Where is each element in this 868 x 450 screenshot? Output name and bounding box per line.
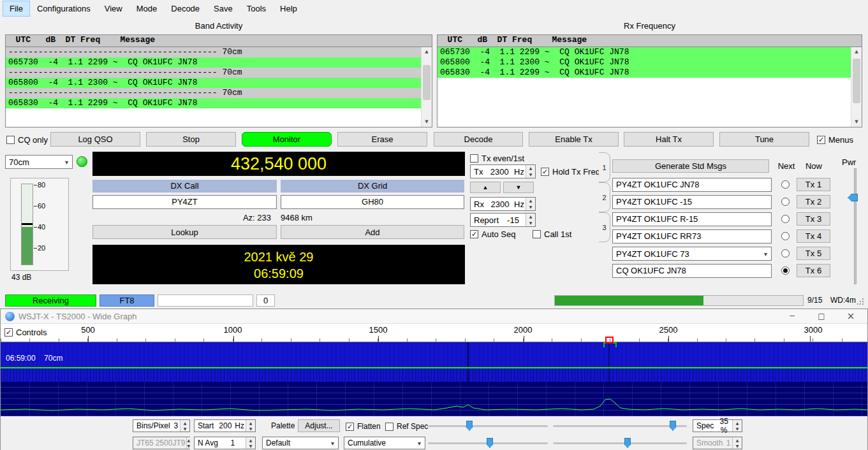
- tx2-radio[interactable]: [781, 198, 790, 206]
- pwr-slider[interactable]: [854, 168, 857, 284]
- monitor-button[interactable]: Monitor: [242, 132, 332, 147]
- slider-handle[interactable]: [670, 421, 676, 431]
- call-1st-checkbox[interactable]: Call 1st: [533, 229, 571, 239]
- halt-tx-button[interactable]: Halt Tx: [624, 132, 714, 147]
- spin-up-icon[interactable]: ▲: [526, 214, 535, 220]
- spin-down-icon[interactable]: ▼: [180, 426, 189, 432]
- spec-zero-slider[interactable]: [553, 442, 687, 444]
- decode-row[interactable]: 065830 -4 1.1 2299 ~ CQ OK1UFC JN78: [438, 68, 862, 78]
- start-freq-spinner[interactable]: Start 200 Hz ▲ ▼: [194, 419, 256, 432]
- tx6-message-input[interactable]: CQ OK1UFC JN78: [612, 264, 772, 278]
- tx3-button[interactable]: Tx 3: [797, 212, 830, 226]
- cq-only-checkbox[interactable]: CQ only: [6, 134, 48, 145]
- decode-row[interactable]: 065830 -4 1.1 2299 ~ CQ OK1UFC JN78: [6, 98, 432, 108]
- scroll-up-icon[interactable]: ▲: [851, 47, 862, 57]
- n-avg-spinner[interactable]: N Avg 1 ▲ ▼: [194, 437, 256, 449]
- dx-grid-input[interactable]: GH80: [281, 195, 464, 209]
- tx1-button[interactable]: Tx 1: [797, 178, 830, 191]
- scroll-up-icon[interactable]: ▲: [422, 47, 432, 57]
- log-qso-button[interactable]: Log QSO: [50, 132, 140, 147]
- scrollbar-thumb[interactable]: [423, 65, 430, 100]
- frequency-ruler[interactable]: ✓ Controls 500 1000 1500 2000 2500 3000: [1, 324, 867, 342]
- bins-pixel-spinner[interactable]: Bins/Pixel 3 ▲ ▼: [133, 419, 190, 432]
- freq-down-button[interactable]: ▼: [503, 182, 534, 193]
- scroll-down-icon[interactable]: ▼: [422, 117, 432, 127]
- tx1-radio[interactable]: [781, 180, 790, 189]
- band-select[interactable]: 70cm ▾: [5, 155, 73, 169]
- spin-down-icon[interactable]: ▼: [526, 171, 535, 178]
- tab-3[interactable]: 3: [599, 212, 610, 242]
- tx3-message-input[interactable]: PY4ZT OK1UFC R-15: [612, 212, 772, 226]
- decode-row[interactable]: 065730 -4 1.1 2299 ~ CQ OK1UFC JN78: [438, 47, 862, 57]
- menu-decode[interactable]: Decode: [164, 1, 207, 17]
- display-mode-select[interactable]: Cumulative ▾: [344, 437, 425, 449]
- decode-row[interactable]: 065800 -4 1.1 2300 ~ CQ OK1UFC JN78: [438, 57, 862, 68]
- lookup-button[interactable]: Lookup: [92, 225, 277, 239]
- adjust-button[interactable]: Adjust...: [298, 419, 340, 432]
- spin-up-icon[interactable]: ▲: [246, 437, 255, 443]
- dx-call-input[interactable]: PY4ZT: [92, 195, 277, 209]
- close-icon[interactable]: ×: [837, 309, 865, 323]
- stop-button[interactable]: Stop: [146, 132, 236, 147]
- tx-frequency-marker[interactable]: [605, 337, 614, 344]
- menu-view[interactable]: View: [98, 1, 129, 17]
- scrollbar-thumb[interactable]: [853, 59, 860, 103]
- spin-up-icon[interactable]: ▲: [246, 420, 255, 426]
- tx2-button[interactable]: Tx 2: [797, 195, 830, 208]
- spin-down-icon[interactable]: ▼: [246, 426, 255, 432]
- menu-save[interactable]: Save: [207, 1, 240, 17]
- spin-down-icon[interactable]: ▼: [246, 443, 255, 449]
- freq-up-button[interactable]: ▲: [470, 182, 501, 193]
- menu-mode[interactable]: Mode: [129, 1, 165, 17]
- rx-freq-spinner[interactable]: Rx 2300 Hz ▲ ▼: [470, 197, 536, 211]
- add-button[interactable]: Add: [281, 225, 464, 239]
- decode-row[interactable]: 065800 -4 1.1 2300 ~ CQ OK1UFC JN78: [6, 78, 432, 88]
- scrollbar[interactable]: ▲ ▼: [421, 47, 432, 127]
- report-spinner[interactable]: Report -15 ▲ ▼: [470, 213, 536, 227]
- spin-up-icon[interactable]: ▲: [526, 165, 535, 171]
- tab-1[interactable]: 1: [599, 152, 610, 182]
- tune-button[interactable]: Tune: [719, 132, 809, 147]
- waterfall[interactable]: 06:59:00 70cm: [1, 342, 867, 382]
- maximize-icon[interactable]: □: [807, 309, 835, 323]
- spec-gain-slider[interactable]: [428, 442, 548, 444]
- menu-file[interactable]: File: [3, 1, 30, 17]
- pwr-slider-handle[interactable]: [848, 194, 858, 201]
- tx5-message-combo[interactable]: PY4ZT OK1UFC 73 ▾: [612, 247, 772, 261]
- ref-spec-checkbox[interactable]: Ref Spec: [385, 421, 428, 432]
- gain-slider[interactable]: [428, 425, 548, 427]
- tx-freq-spinner[interactable]: Tx 2300 Hz ▲ ▼: [470, 164, 536, 178]
- hold-tx-freq-checkbox[interactable]: ✓ Hold Tx Freq: [541, 166, 600, 177]
- menu-configurations[interactable]: Configurations: [30, 1, 98, 17]
- generate-std-msgs-button[interactable]: Generate Std Msgs: [612, 159, 769, 173]
- spectrum[interactable]: [1, 382, 867, 416]
- tab-2[interactable]: 2: [599, 182, 610, 212]
- tx6-button[interactable]: Tx 6: [797, 264, 830, 277]
- tx5-radio[interactable]: [781, 249, 790, 258]
- tx3-radio[interactable]: [781, 215, 790, 223]
- tx-even-checkbox[interactable]: Tx even/1st: [470, 153, 524, 163]
- flatten-checkbox[interactable]: ✓ Flatten: [346, 421, 381, 432]
- menu-help[interactable]: Help: [273, 1, 304, 17]
- spin-up-icon[interactable]: ▲: [180, 420, 189, 426]
- minimize-icon[interactable]: ─: [778, 309, 806, 323]
- spec-spinner[interactable]: Spec 35 % ▲ ▼: [693, 419, 742, 432]
- slider-handle[interactable]: [624, 438, 631, 448]
- resize-grip-icon[interactable]: [857, 303, 858, 305]
- spin-up-icon[interactable]: ▲: [526, 198, 535, 204]
- slider-handle[interactable]: [487, 438, 493, 448]
- tx4-radio[interactable]: [781, 232, 790, 240]
- spin-up-icon[interactable]: ▲: [733, 420, 742, 426]
- spin-down-icon[interactable]: ▼: [526, 220, 535, 226]
- zero-slider[interactable]: [553, 425, 687, 427]
- decode-button[interactable]: Decode: [434, 132, 523, 147]
- spin-down-icon[interactable]: ▼: [733, 426, 742, 432]
- tx6-radio[interactable]: [781, 266, 790, 275]
- spin-down-icon[interactable]: ▼: [526, 204, 535, 210]
- decode-row[interactable]: 065730 -4 1.1 2299 ~ CQ OK1UFC JN78: [6, 57, 432, 68]
- tx5-button[interactable]: Tx 5: [797, 247, 830, 260]
- erase-button[interactable]: Erase: [337, 132, 427, 147]
- slider-handle[interactable]: [466, 421, 473, 431]
- menu-tools[interactable]: Tools: [240, 1, 273, 17]
- tx4-button[interactable]: Tx 4: [797, 229, 830, 243]
